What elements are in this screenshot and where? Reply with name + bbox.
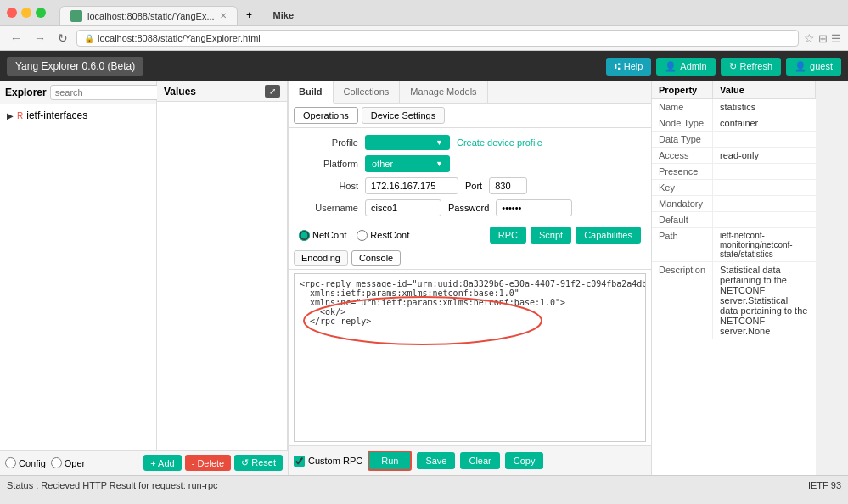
run-button[interactable]: Run	[368, 451, 412, 471]
sub-tab-operations[interactable]: Operations	[294, 107, 358, 124]
forward-btn[interactable]: →	[31, 30, 49, 47]
tree-node-icon: R	[17, 111, 23, 120]
back-btn[interactable]: ←	[7, 30, 25, 47]
add-button[interactable]: + Add	[143, 455, 181, 471]
config-radio[interactable]	[5, 457, 16, 468]
values-header: Values ⤢	[157, 81, 287, 102]
profile-row: Profile ▼ Create device profile	[299, 135, 641, 150]
username-label: Username	[299, 203, 358, 213]
console-line-1: <rpc-reply message-id="urn:uuid:8a3329b6…	[300, 279, 640, 288]
property-key: Name	[652, 99, 713, 115]
property-value	[713, 132, 816, 148]
tab-close-btn[interactable]: ✕	[220, 11, 227, 20]
copy-button[interactable]: Copy	[505, 452, 544, 469]
username-row: Username Password	[299, 199, 641, 216]
admin-button[interactable]: 👤 Admin	[656, 58, 715, 76]
console-line-4: <ok/>	[300, 307, 640, 316]
url-bar[interactable]: 🔒 localhost:8088/static/YangExplorer.htm…	[76, 30, 799, 47]
restconf-radio[interactable]	[357, 230, 368, 241]
tab-favicon	[70, 10, 82, 22]
values-expand-btn[interactable]: ⤢	[265, 85, 280, 98]
sidebar-header: Explorer	[0, 81, 156, 104]
netconf-option[interactable]: NetConf	[299, 230, 346, 241]
host-row: Host Port	[299, 177, 641, 194]
app-header: Yang Explorer 0.6.0 (Beta) ⑆ Help 👤 Admi…	[0, 51, 848, 81]
property-row: Data Type	[652, 132, 816, 148]
password-input[interactable]	[496, 199, 572, 216]
rpc-button[interactable]: RPC	[490, 227, 526, 244]
profile-select[interactable]: ▼	[365, 135, 450, 150]
tab-collections[interactable]: Collections	[334, 81, 401, 103]
minimize-traffic-dot[interactable]	[21, 8, 31, 18]
property-row: DescriptionStatistical data pertaining t…	[652, 262, 816, 339]
restconf-option[interactable]: RestConf	[357, 230, 409, 241]
tree-item-ietf-interfaces[interactable]: ▶ R ietf-interfaces	[3, 108, 153, 123]
username-input[interactable]	[365, 199, 441, 216]
script-button[interactable]: Script	[531, 227, 571, 244]
encoding-tab[interactable]: Encoding	[294, 250, 348, 266]
guest-button[interactable]: 👤 guest	[786, 58, 841, 76]
create-profile-link[interactable]: Create device profile	[457, 137, 542, 148]
user-icon: 👤	[795, 61, 806, 72]
sub-tab-device-settings[interactable]: Device Settings	[362, 107, 445, 124]
platform-value: other	[372, 159, 432, 169]
platform-label: Platform	[299, 159, 358, 169]
browser-user: Mike	[273, 10, 294, 20]
property-key: Access	[652, 148, 713, 164]
extension-icon[interactable]: ⊞	[818, 32, 828, 45]
reload-btn[interactable]: ↻	[54, 30, 71, 47]
platform-dropdown-icon: ▼	[435, 160, 443, 168]
platform-select[interactable]: other ▼	[365, 155, 450, 172]
sidebar-footer: Config Oper + Add - Delete ↺ Reset	[0, 450, 288, 475]
bookmark-icon[interactable]: ☆	[804, 31, 815, 45]
github-icon: ⑆	[615, 61, 621, 71]
config-radio-label[interactable]: Config	[5, 457, 46, 468]
custom-rpc-checkbox[interactable]	[294, 456, 305, 467]
property-row: Node Typecontainer	[652, 115, 816, 132]
host-input[interactable]	[365, 177, 458, 194]
property-value: statistics	[713, 99, 816, 115]
center-panel: Build Collections Manage Models Operatio…	[289, 81, 652, 475]
oper-radio[interactable]	[51, 457, 62, 468]
property-panel: Property Value NamestatisticsNode Typeco…	[652, 81, 816, 475]
host-label: Host	[299, 181, 358, 191]
help-button[interactable]: ⑆ Help	[606, 58, 652, 76]
console-tab[interactable]: Console	[351, 250, 401, 266]
footer-buttons: + Add - Delete ↺ Reset	[143, 455, 283, 471]
tree-arrow-icon: ▶	[7, 111, 14, 120]
property-row: Key	[652, 180, 816, 196]
netconf-radio[interactable]	[299, 230, 310, 241]
tab-build[interactable]: Build	[289, 81, 334, 104]
property-key: Data Type	[652, 132, 713, 148]
close-traffic-dot[interactable]	[7, 8, 17, 18]
action-buttons: RPC Script Capabilities	[490, 227, 641, 244]
oper-radio-label[interactable]: Oper	[51, 457, 85, 468]
property-key: Description	[652, 262, 713, 339]
browser-tab[interactable]: localhost:8088/static/YangEx... ✕	[59, 6, 238, 25]
menu-icon[interactable]: ☰	[831, 32, 841, 45]
property-key: Key	[652, 180, 713, 196]
capabilities-button[interactable]: Capabilities	[576, 227, 641, 244]
clear-button[interactable]: Clear	[460, 452, 499, 469]
tab-label: localhost:8088/static/YangEx...	[87, 11, 215, 21]
maximize-traffic-dot[interactable]	[36, 8, 46, 18]
property-value: container	[713, 115, 816, 132]
property-row: Namestatistics	[652, 99, 816, 115]
console-line-2: xmlns:ietf:params:xmlms:netconf:base:1.0…	[300, 288, 640, 298]
refresh-button[interactable]: ↻ Refresh	[721, 58, 782, 76]
save-button[interactable]: Save	[417, 452, 455, 469]
delete-button[interactable]: - Delete	[185, 455, 232, 471]
center-bottom-bar: Custom RPC Run Save Clear Copy	[289, 445, 651, 475]
new-tab-btn[interactable]: +	[239, 5, 260, 25]
values-panel: Values ⤢	[157, 81, 288, 450]
property-value	[713, 180, 816, 196]
port-input[interactable]	[489, 177, 527, 194]
sub-tab-bar: Operations Device Settings	[289, 104, 651, 128]
property-key: Node Type	[652, 115, 713, 132]
reset-button[interactable]: ↺ Reset	[234, 455, 283, 471]
header-buttons: ⑆ Help 👤 Admin ↻ Refresh 👤 guest	[606, 58, 841, 76]
values-title: Values	[164, 86, 196, 98]
profile-label: Profile	[299, 137, 358, 148]
property-row: Presence	[652, 164, 816, 180]
tab-manage-models[interactable]: Manage Models	[400, 81, 487, 103]
